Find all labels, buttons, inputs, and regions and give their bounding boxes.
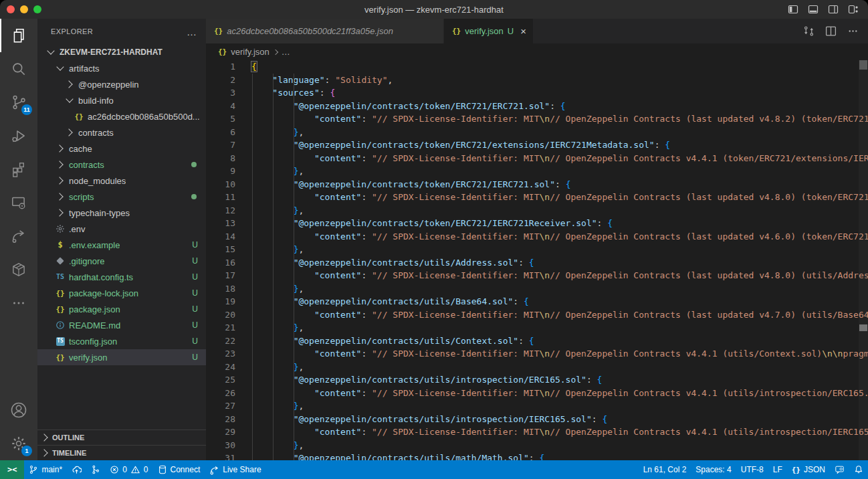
tree-item-openzeppelin[interactable]: @openzeppelin	[37, 76, 206, 92]
error-icon	[110, 465, 119, 474]
line-number: 5	[206, 112, 235, 126]
info-icon	[56, 320, 65, 330]
tree-item-package-json[interactable]: {}package.jsonU	[37, 301, 206, 317]
indent-guide	[252, 74, 253, 461]
git-status-badge: U	[192, 272, 206, 282]
activity-explorer[interactable]	[0, 19, 37, 52]
line-number: 2	[206, 74, 235, 87]
tree-item-ac26dcbce0b086a50b500d[interactable]: {}ac26dcbce0b086a50b500d...	[37, 108, 206, 124]
breadcrumb-more[interactable]: …	[282, 47, 290, 57]
line-number: 15	[206, 243, 235, 256]
extensions-icon	[10, 161, 27, 178]
code-line: 14 "content": "// SPDX-License-Identifie…	[206, 230, 868, 244]
activity-live-share[interactable]	[0, 219, 37, 253]
code-editor[interactable]: 1{2 "language": "Solidity",3 "sources": …	[206, 60, 868, 460]
live-share-button[interactable]: Live Share	[205, 460, 265, 479]
remote-explorer-icon	[10, 194, 27, 211]
tree-item-contracts[interactable]: contracts	[37, 157, 206, 173]
problems-status[interactable]: 0 0	[105, 460, 152, 479]
close-tab-icon[interactable]: ×	[520, 25, 526, 37]
tree-item-gitignore[interactable]: .gitignoreU	[37, 253, 206, 269]
explorer-actions-button[interactable]: …	[187, 26, 198, 37]
line-number: 8	[206, 152, 235, 165]
breadcrumb-file[interactable]: verify.json	[231, 47, 269, 57]
chevron-right-icon	[65, 80, 72, 88]
code-line: 9 },	[206, 165, 868, 178]
feedback-button[interactable]	[830, 460, 849, 479]
activity-package[interactable]	[0, 253, 37, 286]
publish-changes-button[interactable]	[67, 460, 86, 479]
activity-extensions[interactable]	[0, 153, 37, 186]
eol-setting[interactable]: LF	[768, 460, 787, 479]
cloud-upload-icon	[72, 465, 82, 475]
split-editor-icon[interactable]	[825, 25, 837, 37]
toggle-panel-icon[interactable]	[808, 4, 819, 15]
connect-label: Connect	[171, 465, 201, 474]
activity-bar: 11 1	[0, 19, 37, 460]
remote-indicator[interactable]: ><	[0, 460, 24, 479]
line-number: 30	[206, 439, 235, 452]
chevron-right-icon	[40, 434, 47, 441]
tree-item-tsconfig-json[interactable]: TStsconfig.jsonU	[37, 333, 206, 349]
outline-panel-header[interactable]: OUTLINE	[37, 429, 206, 445]
activity-search[interactable]	[0, 52, 37, 86]
breadcrumb[interactable]: {} verify.json …	[206, 43, 868, 60]
sidebar-title: EXPLORER	[51, 27, 93, 35]
tree-item-contracts[interactable]: contracts	[37, 124, 206, 140]
tree-item-build-info[interactable]: build-info	[37, 92, 206, 108]
code-line: 18 },	[206, 282, 868, 296]
connect-button[interactable]: Connect	[153, 460, 205, 479]
activity-run-debug[interactable]	[0, 119, 37, 153]
tree-item-verify-json[interactable]: {}verify.jsonU	[37, 349, 206, 365]
tab-ac26-json[interactable]: {} ac26dcbce0b086a50b500dc21ff3a05e.json	[206, 19, 444, 43]
git-branch-status[interactable]: main*	[24, 460, 67, 479]
tree-item-env[interactable]: .env	[37, 221, 206, 237]
branch-name: main*	[41, 465, 62, 474]
more-actions-icon[interactable]	[847, 25, 859, 37]
tree-item-zkevm-erc721-hardhat[interactable]: ZKEVM-ERC721-HARDHAT	[37, 44, 206, 60]
code-line: 26 "content": "// SPDX-License-Identifie…	[206, 387, 868, 400]
json-icon: {}	[792, 466, 800, 474]
timeline-panel-header[interactable]: TIMELINE	[37, 445, 206, 460]
line-number: 31	[206, 452, 235, 460]
notifications-button[interactable]	[849, 460, 868, 479]
activity-remote-explorer[interactable]	[0, 186, 37, 219]
close-window-button[interactable]	[7, 5, 15, 13]
tree-item-hardhat-config-ts[interactable]: TShardhat.config.tsU	[37, 269, 206, 285]
activity-source-control[interactable]: 11	[0, 86, 37, 119]
activity-account[interactable]	[0, 393, 37, 427]
line-number: 4	[206, 100, 235, 113]
tree-item-scripts[interactable]: scripts	[37, 189, 206, 205]
code-line: 28 "@openzeppelin/contracts/utils/intros…	[206, 413, 868, 426]
chevron-right-icon	[56, 161, 63, 168]
tab-verify-json[interactable]: {} verify.json U ×	[444, 19, 533, 43]
vertical-scrollbar[interactable]	[859, 60, 868, 460]
tree-item-artifacts[interactable]: artifacts	[37, 60, 206, 76]
activity-more-views[interactable]	[0, 286, 37, 320]
tree-item-env-example[interactable]: $.env.exampleU	[37, 237, 206, 253]
eol-label: LF	[773, 465, 782, 474]
tree-item-node-modules[interactable]: node_modules	[37, 173, 206, 189]
line-number: 29	[206, 425, 235, 439]
toggle-primary-sidebar-icon[interactable]	[788, 4, 798, 15]
customize-layout-icon[interactable]	[848, 4, 859, 15]
tree-item-typechain-types[interactable]: typechain-types	[37, 205, 206, 221]
open-changes-icon[interactable]	[803, 25, 815, 37]
spaces-label: Spaces: 4	[695, 465, 731, 474]
minimize-window-button[interactable]	[20, 5, 28, 13]
language-mode[interactable]: {} JSON	[787, 460, 830, 479]
chevron-right-icon	[56, 177, 63, 184]
cursor-position[interactable]: Ln 61, Col 2	[639, 460, 691, 479]
indentation-setting[interactable]: Spaces: 4	[691, 460, 736, 479]
tree-item-readme-md[interactable]: README.mdU	[37, 317, 206, 333]
toggle-secondary-sidebar-icon[interactable]	[828, 4, 839, 15]
encoding-setting[interactable]: UTF-8	[736, 460, 768, 479]
scrollbar-thumb[interactable]	[859, 60, 867, 70]
activity-settings[interactable]: 1	[0, 427, 37, 460]
source-control-graph-button[interactable]	[86, 460, 105, 479]
zoom-window-button[interactable]	[33, 5, 41, 13]
tree-item-cache[interactable]: cache	[37, 140, 206, 157]
more-icon	[10, 294, 27, 312]
file-tree: ZKEVM-ERC721-HARDHATartifacts@openzeppel…	[37, 44, 206, 429]
tree-item-package-lock-json[interactable]: {}package-lock.jsonU	[37, 285, 206, 301]
